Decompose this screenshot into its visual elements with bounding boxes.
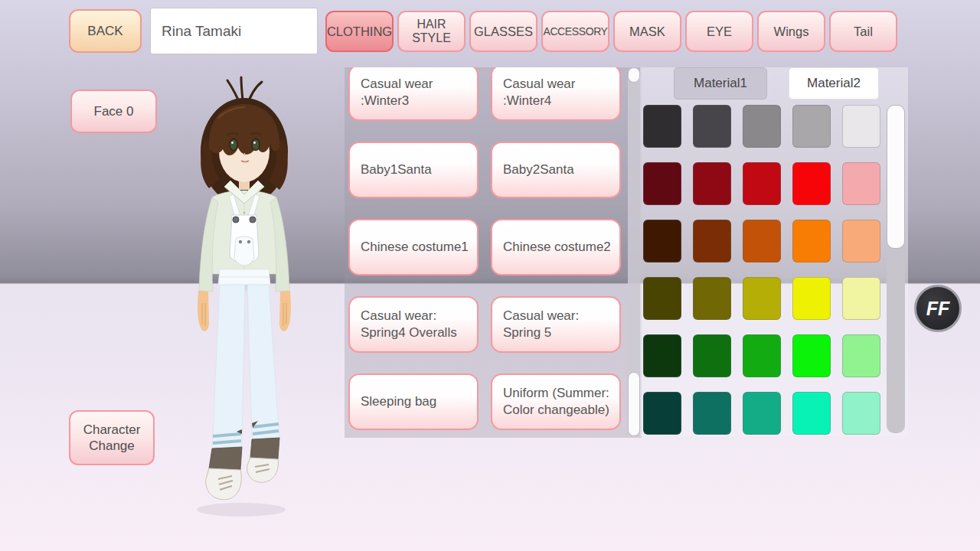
clothing-grid: Casual wear :Winter3Casual wear :Winter4… — [348, 67, 621, 430]
color-swatch-r6c2[interactable] — [693, 392, 731, 435]
color-swatch-r2c4[interactable] — [792, 162, 831, 205]
color-swatch-r3c2[interactable] — [693, 220, 731, 262]
clothing-item[interactable]: Casual wear :Winter4 — [491, 67, 621, 121]
color-swatch-r2c1[interactable] — [643, 162, 681, 205]
color-swatch-r4c5[interactable] — [842, 277, 880, 320]
clothing-item[interactable]: Casual wear :Winter3 — [348, 67, 479, 121]
color-swatch-r1c3[interactable] — [743, 105, 781, 148]
ff-button[interactable]: FF — [914, 285, 962, 332]
color-swatch-r5c5[interactable] — [842, 334, 880, 377]
color-swatch-r5c4[interactable] — [792, 334, 831, 377]
color-swatch-r4c1[interactable] — [643, 277, 681, 320]
clothing-item[interactable]: Chinese costume2 — [491, 219, 621, 276]
character-name-input[interactable] — [150, 8, 318, 54]
clothing-item[interactable]: Baby2Santa — [491, 142, 621, 198]
color-swatch-r5c2[interactable] — [693, 334, 731, 377]
clothing-item[interactable]: Baby1Santa — [348, 142, 479, 198]
color-swatch-r1c4[interactable] — [792, 105, 831, 148]
tab-accessory[interactable]: ACCESSORY — [541, 11, 609, 52]
color-swatch-r6c1[interactable] — [643, 392, 681, 435]
color-swatch-r5c3[interactable] — [743, 334, 781, 377]
color-swatch-r6c4[interactable] — [792, 392, 831, 435]
tab-hair-style[interactable]: HAIR STYLE — [397, 11, 466, 52]
clothing-scrollbar-cap[interactable] — [628, 67, 640, 83]
back-button[interactable]: BACK — [69, 9, 142, 53]
clothing-scrollbar[interactable] — [628, 67, 640, 438]
color-swatch-r1c2[interactable] — [693, 105, 731, 148]
color-swatch-r4c3[interactable] — [743, 277, 781, 320]
right-pant-leg — [247, 285, 279, 439]
clothing-item[interactable]: Uniform (Summer: Color changeable) — [491, 373, 621, 430]
color-swatch-r6c3[interactable] — [743, 392, 781, 435]
character-change-button[interactable]: Character Change — [69, 410, 155, 465]
color-swatch-r2c3[interactable] — [743, 162, 781, 205]
clothing-list-panel: Casual wear :Winter3Casual wear :Winter4… — [345, 67, 642, 438]
right-hand — [279, 291, 291, 331]
color-scrollbar-thumb[interactable] — [887, 105, 905, 249]
material2-tab[interactable]: Material2 — [789, 67, 879, 99]
color-swatch-r3c5[interactable] — [842, 220, 880, 262]
color-panel: Material1 Material2 — [640, 67, 908, 436]
color-swatch-r3c3[interactable] — [743, 220, 781, 262]
clothing-item[interactable]: Casual wear: Spring4 Overalls — [348, 296, 479, 353]
swatch-grid — [643, 105, 880, 435]
character-illustration — [165, 73, 329, 520]
color-swatch-r6c5[interactable] — [842, 392, 880, 435]
clothing-item[interactable]: Casual wear: Spring 5 — [491, 296, 621, 353]
color-swatch-r4c4[interactable] — [792, 277, 831, 320]
clothing-item[interactable]: Sleeping bag — [348, 373, 479, 430]
left-hand — [198, 291, 209, 331]
left-shoe — [206, 468, 242, 500]
tab-wings[interactable]: Wings — [757, 11, 825, 52]
color-swatch-r5c1[interactable] — [643, 334, 681, 377]
tab-eye[interactable]: EYE — [685, 11, 753, 52]
category-tab-bar: CLOTHINGHAIR STYLEGLASSESACCESSORYMASKEY… — [325, 11, 897, 52]
clothing-item[interactable]: Chinese costume1 — [348, 219, 479, 276]
color-swatch-r3c1[interactable] — [643, 220, 681, 262]
color-swatch-r1c1[interactable] — [643, 105, 681, 148]
color-swatch-r2c5[interactable] — [842, 162, 880, 205]
tab-tail[interactable]: Tail — [829, 11, 897, 52]
tab-clothing[interactable]: CLOTHING — [325, 11, 394, 52]
material1-tab[interactable]: Material1 — [674, 67, 767, 99]
clothing-scrollbar-thumb[interactable] — [628, 372, 640, 436]
face-button[interactable]: Face 0 — [70, 90, 157, 133]
tab-mask[interactable]: MASK — [613, 11, 681, 52]
character-preview[interactable] — [165, 73, 329, 520]
left-pant-leg — [212, 285, 245, 448]
color-scrollbar[interactable] — [887, 105, 905, 433]
color-swatch-r1c5[interactable] — [842, 105, 880, 148]
color-swatch-r4c2[interactable] — [693, 277, 731, 320]
color-swatch-r3c4[interactable] — [792, 220, 831, 262]
color-swatch-r2c2[interactable] — [693, 162, 731, 205]
tab-glasses[interactable]: GLASSES — [469, 11, 537, 52]
